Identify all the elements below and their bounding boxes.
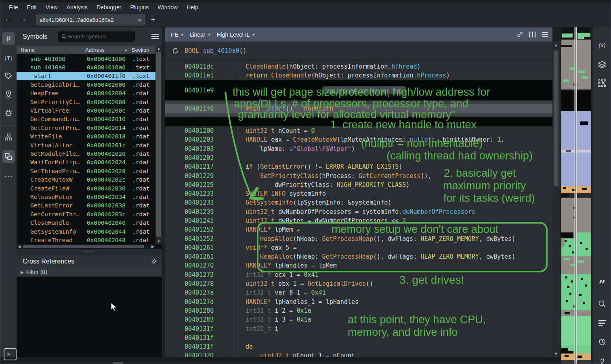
code-line[interactable]: 00401217if (GetLastError() != ERROR_ALRE… [165, 162, 552, 171]
table-row[interactable]: SetPriorityCl…0x000402008.rdat [17, 98, 155, 106]
symbols-hash-icon[interactable]: # [2, 32, 15, 45]
file-tab[interactable]: a6c41f368f42...7a80a5d160a2 × [36, 15, 145, 25]
scroll-up-icon[interactable]: ▲ [155, 46, 162, 50]
column-address[interactable]: Address [85, 47, 124, 53]
splitter-handle[interactable] [113, 362, 123, 364]
code-line[interactable]: 0040131f [165, 333, 552, 342]
code-line[interactable]: 00401245uint32_t dwBytes = dwNumberOfPro… [165, 216, 552, 225]
code-line[interactable]: 00401261HeapAlloc(hHeap: GetProcessHeap(… [165, 252, 552, 261]
table-row[interactable]: GetLastError0x000402038.rdat [17, 201, 155, 210]
code-line[interactable]: 00401261void** eax_5 = [165, 243, 552, 252]
code-line[interactable]: 00401273int32_t ecx_1 = 0x41 [165, 270, 552, 279]
menu-edit[interactable]: Edit [23, 4, 41, 10]
code-line[interactable]: 00401229dwPriorityClass: HIGH_PRIORITY_C… [165, 180, 552, 189]
code-line[interactable]: 00401203lpName: u"Global\FSWiper") [165, 144, 552, 153]
symbols-search-box[interactable] [58, 31, 135, 42]
symbols-vertical-scrollbar[interactable]: ▲ ▼ [155, 46, 162, 244]
code-line[interactable]: 0040127dHANDLE* lpHandles_1 = lpHandles [165, 297, 552, 306]
scroll-down-icon[interactable]: ▼ [155, 239, 162, 243]
menu-debugger[interactable]: Debugger [92, 4, 126, 10]
scroll-left-icon[interactable]: ◀ [18, 244, 21, 249]
log-icon[interactable] [596, 316, 609, 330]
code-line[interactable]: 00401252HeapAlloc(hHeap: GetProcessHeap(… [165, 234, 552, 243]
forward-arrow-icon[interactable]: → [17, 15, 28, 23]
menu-help[interactable]: Help [182, 4, 203, 10]
menu-plugins[interactable]: Plugins [126, 4, 153, 10]
more-icon[interactable]: ··· [2, 169, 15, 182]
mini-graph-icon[interactable] [2, 131, 15, 144]
history-icon[interactable] [596, 335, 609, 349]
panel-splitter[interactable]: •••••• [17, 249, 162, 255]
menu-view[interactable]: View [41, 4, 62, 10]
code-line[interactable]: 00401270HANDLE* lpHandles = lpMem [165, 261, 552, 270]
types-icon[interactable]: {T} [2, 52, 15, 65]
code-line[interactable]: 00401280int32_t i_2 = 0x1a [165, 306, 552, 315]
pin-tag-icon[interactable] [596, 355, 609, 364]
column-section[interactable]: Section [130, 47, 149, 53]
table-row[interactable]: CloseHandle0x000402040.rdat [17, 218, 155, 227]
code-line[interactable]: 0040131fint32_t i [165, 324, 552, 333]
symbols-table-header[interactable]: Name Address ▲ Section [17, 46, 162, 54]
refresh-icon[interactable] [172, 47, 179, 54]
code-line[interactable]: 00401233SYSTEM_INFO systemInfo [165, 189, 552, 198]
table-row[interactable]: GetCurrentPro…0x000402014.rdat [17, 123, 155, 132]
code-line[interactable]: 004011e9cc cc cc cc cc cc cc [165, 86, 552, 95]
table-row[interactable]: GetCurrentThr…0x00040203c.rdat [17, 210, 155, 218]
code-line[interactable]: 0040131fdo [165, 342, 552, 351]
new-tab-button[interactable]: + [148, 15, 158, 24]
code-line[interactable]: 00401229SetPriorityClass(hProcess: GetCu… [165, 171, 552, 180]
table-row[interactable]: HeapFree0x000402004.rdat [17, 89, 155, 98]
menu-file[interactable]: File [4, 4, 23, 10]
code-line[interactable]: 00401233GetSystemInfo(lpSystemInfo: &sys… [165, 198, 552, 207]
table-row[interactable]: WriteFile0x000402018.rdat [17, 132, 155, 141]
xrefs-filter-row[interactable]: ▶ Filter (0) [17, 268, 162, 277]
location-pin-icon[interactable] [2, 88, 15, 101]
scroll-down-icon[interactable]: ▼ [552, 351, 560, 356]
function-name[interactable]: sub_4010a0 [203, 47, 239, 54]
find-icon[interactable] [596, 297, 609, 311]
code-line[interactable] [165, 95, 552, 100]
column-name[interactable]: Name [17, 47, 85, 53]
code-line[interactable]: 00401200uint32_t nCount = 0 [165, 126, 552, 135]
format-selector[interactable]: PE [171, 31, 178, 38]
table-row[interactable]: WaitForMultip…0x000402024.rdat [17, 158, 155, 167]
view-type-selector[interactable]: Linear [190, 31, 206, 38]
code-line[interactable]: 00401203HANDLE eax = CreateMutexW(lpMute… [165, 135, 552, 144]
split-view-icon[interactable] [529, 31, 536, 38]
code-line[interactable]: 00401252HANDLE* lpMem = [165, 225, 552, 234]
table-row[interactable]: ReleaseMutex0x000402034.rdat [17, 192, 155, 201]
symbols-menu-icon[interactable] [151, 33, 159, 40]
scroll-right-icon[interactable]: ▶ [151, 244, 154, 249]
table-row[interactable]: VirtualFree0x00040200c.rdat [17, 106, 155, 115]
code-line[interactable]: 00401278uint32_t ebx_1 = GetLogicalDrive… [165, 279, 552, 288]
code-line[interactable]: 00401239uint32_t dwNumberOfProcessors = … [165, 207, 552, 216]
table-row[interactable]: CreateFileW0x000402030.rdat [17, 184, 155, 192]
layers-icon[interactable] [596, 58, 609, 71]
scroll-up-icon[interactable]: ▲ [552, 43, 560, 47]
menu-analysis[interactable]: Analysis [62, 4, 92, 10]
code-line[interactable]: 00401283int32_t i_3 = 0x1a [165, 315, 552, 324]
code-line[interactable]: 004011f0void _start() __noreturn [165, 100, 552, 117]
strings-icon[interactable]: ” [596, 278, 609, 292]
link-icon[interactable] [517, 31, 523, 38]
symbols-horizontal-scrollbar[interactable]: ◀ ▶ [17, 244, 155, 249]
table-row[interactable]: VirtualAlloc0x00040201c.rdat [17, 141, 155, 149]
tab-close-icon[interactable]: × [135, 17, 141, 23]
code-line[interactable]: 004011e1return CloseHandle(hObject: proc… [165, 71, 552, 80]
menu-window[interactable]: Window [153, 4, 182, 10]
code-line[interactable]: 00401203 [165, 153, 552, 162]
table-row[interactable]: CreateMutexW0x00040202c.rdat [17, 175, 155, 184]
feature-map[interactable] [561, 27, 591, 364]
table-row[interactable]: SetThreadPrio…0x000402028.rdat [17, 167, 155, 175]
table-row[interactable]: _start0x0004011f0.text [17, 72, 155, 80]
variables-icon[interactable]: (x) [596, 38, 609, 52]
table-row[interactable]: GetModuleFile…0x000402020.rdat [17, 149, 155, 158]
code-line[interactable]: 0040127aint32_t var_8_1 = 0x41 [165, 288, 552, 297]
search-input[interactable] [67, 33, 125, 40]
graph-network-icon[interactable] [596, 76, 609, 90]
hamburger-menu-icon[interactable] [542, 32, 548, 37]
table-row[interactable]: GetSystemInfo0x000402044.rdat [17, 227, 155, 236]
table-row[interactable]: GetCommandLin…0x000402010.rdat [17, 115, 155, 123]
code-line[interactable] [165, 80, 552, 86]
cross-references-icon[interactable] [2, 150, 15, 163]
